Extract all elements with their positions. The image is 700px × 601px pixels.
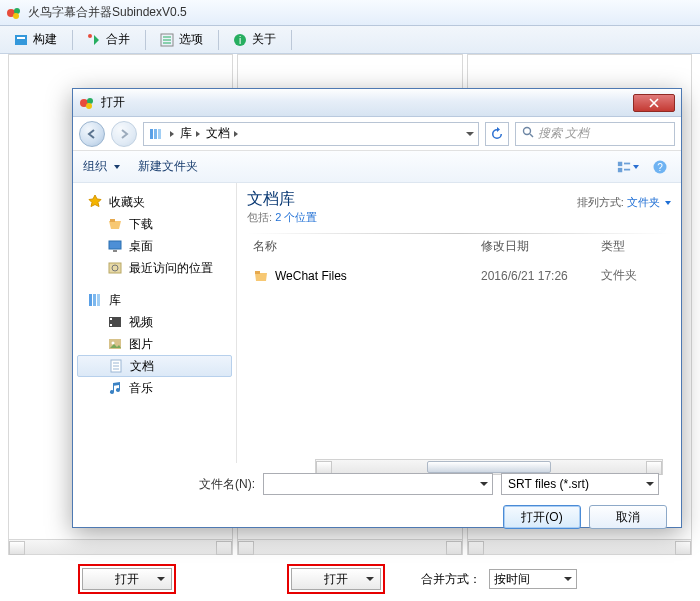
nav-back-button[interactable] bbox=[79, 121, 105, 147]
svg-rect-17 bbox=[618, 161, 622, 165]
organize-button[interactable]: 组织 bbox=[83, 158, 120, 175]
svg-rect-24 bbox=[109, 241, 121, 249]
sidebar-music[interactable]: 音乐 bbox=[73, 377, 236, 399]
refresh-icon bbox=[490, 127, 504, 141]
sidebar-videos[interactable]: 视频 bbox=[73, 311, 236, 333]
build-button[interactable]: 构建 bbox=[4, 28, 66, 51]
app-icon bbox=[6, 5, 22, 21]
svg-line-16 bbox=[530, 134, 533, 137]
desktop-icon bbox=[107, 238, 123, 254]
svg-text:i: i bbox=[239, 35, 241, 46]
svg-rect-32 bbox=[110, 318, 112, 320]
refresh-button[interactable] bbox=[485, 122, 509, 146]
chevron-down-icon bbox=[366, 577, 374, 581]
videos-icon bbox=[107, 314, 123, 330]
close-button[interactable] bbox=[633, 94, 675, 112]
star-icon bbox=[87, 194, 103, 210]
sidebar-recent[interactable]: 最近访问的位置 bbox=[73, 257, 236, 279]
arrow-right-icon bbox=[118, 128, 130, 140]
sidebar-item-label: 最近访问的位置 bbox=[129, 260, 213, 277]
chevron-down-icon bbox=[646, 482, 654, 486]
cancel-button[interactable]: 取消 bbox=[589, 505, 667, 529]
svg-point-10 bbox=[87, 98, 93, 104]
svg-rect-19 bbox=[624, 162, 630, 164]
scrollbar[interactable] bbox=[237, 539, 462, 555]
sidebar-libraries[interactable]: 库 bbox=[73, 289, 236, 311]
organize-label: 组织 bbox=[83, 159, 107, 173]
open-label: 打开 bbox=[115, 571, 139, 588]
lib-sub-prefix: 包括: bbox=[247, 211, 275, 223]
filename-input[interactable] bbox=[263, 473, 493, 495]
svg-rect-25 bbox=[113, 250, 117, 252]
filetype-select[interactable]: SRT files (*.srt) bbox=[501, 473, 659, 495]
separator-icon bbox=[291, 30, 292, 50]
svg-text:?: ? bbox=[657, 162, 663, 173]
lib-locations-link[interactable]: 2 个位置 bbox=[275, 211, 317, 223]
library-icon bbox=[148, 126, 164, 142]
music-icon bbox=[107, 380, 123, 396]
about-label: 关于 bbox=[252, 31, 276, 48]
file-list-area: 文档库 包括: 2 个位置 排列方式: 文件夹 名称 修改日期 类型 bbox=[237, 183, 681, 463]
arrange-control[interactable]: 排列方式: 文件夹 bbox=[577, 189, 671, 210]
breadcrumb-lib[interactable]: 库 bbox=[180, 125, 200, 142]
chevron-down-icon bbox=[157, 577, 165, 581]
open-dropdown-1[interactable]: 打开 bbox=[82, 568, 172, 590]
new-folder-button[interactable]: 新建文件夹 bbox=[138, 158, 198, 175]
search-placeholder: 搜索 文档 bbox=[538, 125, 589, 142]
help-button[interactable]: ? bbox=[649, 157, 671, 177]
svg-rect-33 bbox=[110, 324, 112, 326]
merge-button[interactable]: 合并 bbox=[77, 28, 139, 51]
breadcrumb-docs[interactable]: 文档 bbox=[206, 125, 238, 142]
merge-mode-select[interactable]: 按时间 bbox=[489, 569, 577, 589]
col-type[interactable]: 类型 bbox=[601, 238, 671, 255]
chevron-down-icon bbox=[480, 482, 488, 486]
sidebar-desktop[interactable]: 桌面 bbox=[73, 235, 236, 257]
svg-rect-28 bbox=[89, 294, 92, 306]
open-button-label: 打开(O) bbox=[521, 509, 562, 526]
about-button[interactable]: i 关于 bbox=[223, 28, 285, 51]
options-icon bbox=[159, 32, 175, 48]
panel-scrollbars bbox=[8, 539, 692, 555]
sidebar-item-label: 图片 bbox=[129, 336, 153, 353]
svg-rect-14 bbox=[158, 129, 161, 139]
folder-icon bbox=[253, 268, 269, 284]
breadcrumb-docs-label: 文档 bbox=[206, 125, 230, 142]
sidebar-pictures[interactable]: 图片 bbox=[73, 333, 236, 355]
chevron-down-icon[interactable] bbox=[466, 132, 474, 136]
sidebar-documents[interactable]: 文档 bbox=[77, 355, 232, 377]
main-titlebar: 火鸟字幕合并器SubindexV0.5 bbox=[0, 0, 700, 26]
dialog-title: 打开 bbox=[101, 94, 125, 111]
app-title: 火鸟字幕合并器SubindexV0.5 bbox=[28, 4, 187, 21]
chevron-right-icon bbox=[234, 131, 238, 137]
arrange-label: 排列方式: bbox=[577, 196, 627, 208]
sidebar-item-label: 下载 bbox=[129, 216, 153, 233]
list-item[interactable]: WeChat Files 2016/6/21 17:26 文件夹 bbox=[247, 263, 671, 288]
svg-rect-23 bbox=[110, 219, 115, 222]
merge-icon bbox=[86, 32, 102, 48]
scroll-thumb[interactable] bbox=[427, 461, 552, 473]
library-title: 文档库 bbox=[247, 189, 317, 210]
chevron-down-icon bbox=[665, 201, 671, 205]
search-input[interactable]: 搜索 文档 bbox=[515, 122, 675, 146]
chevron-down-icon bbox=[114, 165, 120, 169]
chevron-down-icon bbox=[633, 165, 639, 169]
col-date[interactable]: 修改日期 bbox=[481, 238, 601, 255]
scrollbar[interactable] bbox=[8, 539, 233, 555]
options-button[interactable]: 选项 bbox=[150, 28, 212, 51]
view-button[interactable] bbox=[617, 157, 639, 177]
arrange-value[interactable]: 文件夹 bbox=[627, 196, 660, 208]
sidebar-favorites[interactable]: 收藏夹 bbox=[73, 191, 236, 213]
col-name[interactable]: 名称 bbox=[247, 238, 481, 255]
column-headers[interactable]: 名称 修改日期 类型 bbox=[247, 236, 671, 259]
sidebar-downloads[interactable]: 下载 bbox=[73, 213, 236, 235]
address-bar[interactable]: 库 文档 bbox=[143, 122, 479, 146]
main-toolbar: 构建 合并 选项 i 关于 bbox=[0, 26, 700, 54]
scrollbar[interactable] bbox=[467, 539, 692, 555]
sidebar-item-label: 桌面 bbox=[129, 238, 153, 255]
file-name: WeChat Files bbox=[275, 269, 347, 283]
open-button[interactable]: 打开(O) bbox=[503, 505, 581, 529]
dialog-icon bbox=[79, 95, 95, 111]
open-dropdown-2[interactable]: 打开 bbox=[291, 568, 381, 590]
nav-forward-button[interactable] bbox=[111, 121, 137, 147]
svg-point-5 bbox=[88, 34, 92, 38]
